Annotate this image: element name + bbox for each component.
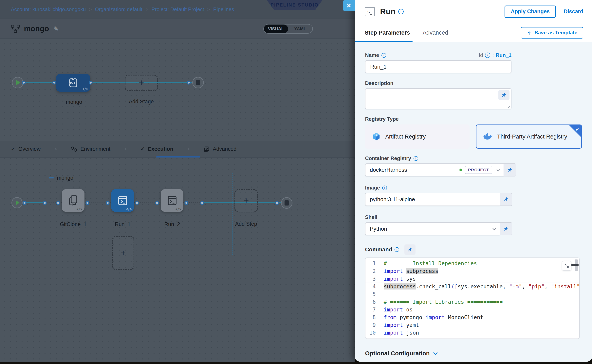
step-node-run-2[interactable]: </> xyxy=(161,189,183,212)
active-tab-underline xyxy=(156,156,200,157)
pipeline-canvas[interactable]: </> + mongo Add Stage ✓ Overview > xyxy=(0,39,355,362)
step-node-run-1[interactable]: </> xyxy=(111,189,134,212)
tab-step-parameters[interactable]: Step Parameters xyxy=(365,29,410,36)
pin-icon xyxy=(503,226,509,231)
stage-group-label: mongo xyxy=(57,175,74,181)
code-line-9[interactable]: 9import yaml xyxy=(365,321,579,329)
info-icon[interactable]: i xyxy=(382,186,387,190)
apply-changes-button[interactable]: Apply Changes xyxy=(505,6,556,18)
optional-configuration-toggle[interactable]: Optional Configuration xyxy=(365,350,583,357)
code-line-2[interactable]: 2import subprocess xyxy=(365,267,579,275)
shell-label: Shell xyxy=(365,214,583,220)
third-party-artifact-registry-label: Third-Party Artifact Registry xyxy=(497,133,567,140)
close-panel-button[interactable]: ✕ xyxy=(343,0,355,11)
image-input[interactable]: python:3.11-alpine xyxy=(365,193,500,206)
name-input[interactable] xyxy=(365,60,511,73)
description-input[interactable] xyxy=(365,88,511,109)
stage-group-header[interactable]: mongo xyxy=(49,175,74,181)
line-number: 10 xyxy=(365,329,381,337)
breadcrumb-account[interactable]: Account: kurosakiichigo.songoku xyxy=(11,6,86,13)
run-step-icon: >_ xyxy=(365,7,375,16)
stage-connector-line xyxy=(23,82,194,83)
port xyxy=(86,201,89,205)
check-icon: ✓ xyxy=(575,126,580,132)
panel-tab-bar: Step Parameters Advanced Save as Templat… xyxy=(355,23,592,42)
port xyxy=(43,201,47,205)
info-icon[interactable]: i xyxy=(382,53,386,58)
shell-field: Python xyxy=(365,222,583,235)
add-stage-button[interactable]: + xyxy=(125,75,158,91)
step-label: Run_1 xyxy=(115,221,131,228)
pin-input-button[interactable] xyxy=(500,222,512,235)
chevron-down-icon xyxy=(497,168,500,171)
line-number: 4 xyxy=(365,283,381,290)
container-registry-value: dockerHarness xyxy=(370,167,407,173)
add-step-button[interactable]: + xyxy=(235,189,258,212)
code-badge: </> xyxy=(126,207,132,211)
info-icon[interactable]: i xyxy=(395,247,399,252)
code-line-3[interactable]: 3import sys xyxy=(365,275,579,283)
third-party-artifact-registry-card[interactable]: Third-Party Artifact Registry ✓ xyxy=(476,124,582,149)
editor-scrollbar[interactable] xyxy=(574,259,578,338)
artifact-registry-card[interactable]: Artifact Registry xyxy=(365,124,470,149)
code-line-6[interactable]: 6# ====== Import Libraries =========== xyxy=(365,298,579,306)
add-stage-label: Add Stage xyxy=(129,99,154,105)
tab-overview[interactable]: ✓ Overview xyxy=(11,146,40,152)
registry-type-label-text: Registry Type xyxy=(365,116,399,122)
port xyxy=(23,201,27,205)
line-number: 5 xyxy=(365,290,381,298)
stage-node-mongo[interactable]: </> xyxy=(56,74,90,92)
code-line-1[interactable]: 1# ====== Install Dependencies ======== xyxy=(365,260,579,267)
pin-input-button[interactable] xyxy=(404,244,416,255)
tab-advanced[interactable]: Advanced xyxy=(423,29,448,36)
breadcrumb-organization[interactable]: Organization: default xyxy=(95,6,142,13)
info-icon[interactable]: i xyxy=(485,52,490,58)
artifact-registry-label: Artifact Registry xyxy=(385,133,426,140)
toggle-yaml[interactable]: YAML xyxy=(288,25,312,33)
id-separator: : xyxy=(492,52,494,58)
image-label: Image xyxy=(365,185,380,191)
code-line-7[interactable]: 7import os xyxy=(365,306,579,313)
top-header-bar: Account: kurosakiichigo.songoku > Organi… xyxy=(0,0,355,19)
save-as-template-button[interactable]: Save as Template xyxy=(521,27,583,39)
collapse-icon[interactable] xyxy=(49,177,54,178)
step-label: Run_2 xyxy=(164,221,180,228)
id-value[interactable]: Run_1 xyxy=(496,52,511,58)
info-icon[interactable]: i xyxy=(414,156,418,161)
code-line-5[interactable]: 5 xyxy=(365,290,579,298)
add-parallel-step-button[interactable]: + xyxy=(112,236,134,270)
pin-input-button[interactable] xyxy=(498,90,510,100)
discard-button[interactable]: Discard xyxy=(564,8,583,15)
port xyxy=(106,201,110,205)
tab-advanced-label: Advanced xyxy=(213,146,236,152)
tab-environment[interactable]: Environment xyxy=(71,146,111,152)
docker-icon xyxy=(483,132,493,141)
tab-advanced[interactable]: Advanced xyxy=(203,146,236,152)
toggle-visual[interactable]: VISUAL xyxy=(264,25,288,33)
pipeline-end-node xyxy=(192,77,204,88)
code-badge: </> xyxy=(76,207,82,211)
breadcrumb-pipelines[interactable]: Pipelines xyxy=(213,6,234,13)
visual-yaml-toggle: VISUAL YAML xyxy=(263,24,313,34)
code-line-10[interactable]: 10import json xyxy=(365,329,579,337)
expand-editor-button[interactable] xyxy=(562,261,572,271)
play-icon xyxy=(16,200,20,205)
pipeline-title: mongo xyxy=(24,25,49,33)
command-code-editor[interactable]: 1# ====== Install Dependencies ========2… xyxy=(365,258,580,339)
shell-select[interactable]: Python xyxy=(365,222,500,235)
scope-badge: PROJECT xyxy=(465,166,492,174)
code-line-4[interactable]: 4subprocess.check_call([sys.executable, … xyxy=(365,283,579,290)
container-registry-select[interactable]: dockerHarness PROJECT xyxy=(365,163,504,176)
info-icon[interactable]: i xyxy=(398,9,404,14)
stop-icon xyxy=(284,200,289,206)
tab-execution[interactable]: ✓ Execution xyxy=(140,146,173,152)
advanced-icon xyxy=(203,146,209,152)
pin-input-button[interactable] xyxy=(500,193,512,206)
step-node-gitclone-1[interactable]: </> xyxy=(62,189,85,212)
terminal-icon xyxy=(166,194,178,207)
pin-input-button[interactable] xyxy=(504,163,516,176)
code-line-8[interactable]: 8from pymongo import MongoClient xyxy=(365,313,579,321)
execution-start-node xyxy=(12,197,23,208)
breadcrumb-project[interactable]: Project: Default Project xyxy=(152,6,204,13)
edit-pipeline-icon[interactable]: ✎ xyxy=(54,25,59,32)
